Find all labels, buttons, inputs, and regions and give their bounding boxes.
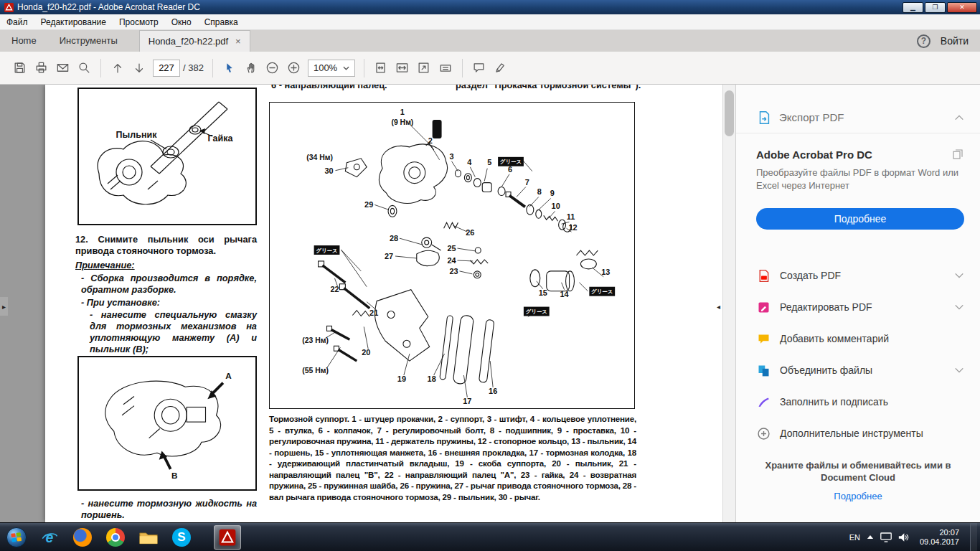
zoom-out-button[interactable]: [262, 57, 283, 79]
taskbar-chrome[interactable]: [102, 525, 129, 550]
fullscreen-icon: [417, 61, 430, 75]
panel-items: Создать PDF Редактировать PDF: [736, 260, 980, 449]
tab-home[interactable]: Home: [0, 30, 48, 52]
torque-55nm: (55 Нм): [302, 367, 329, 375]
learn-more-button[interactable]: Подробнее: [756, 208, 964, 230]
tray-expand-icon[interactable]: [867, 534, 874, 540]
print-button[interactable]: [30, 57, 52, 79]
menu-window[interactable]: Окно: [165, 17, 198, 27]
chevron-down-icon[interactable]: [954, 303, 964, 311]
callout-2: 2: [428, 136, 433, 145]
menu-help[interactable]: Справка: [198, 17, 245, 27]
edit-pdf-icon: [756, 300, 771, 315]
taskbar-firefox[interactable]: [69, 525, 96, 550]
menu-edit[interactable]: Редактирование: [34, 17, 113, 27]
panel-item-add-comment[interactable]: Добавить комментарий: [736, 323, 980, 354]
right-pane-toggle[interactable]: ◂: [715, 297, 722, 316]
panel-item-combine-files[interactable]: Объединить файлы: [736, 354, 980, 386]
svg-text:e: e: [46, 529, 54, 545]
left-pane-toggle[interactable]: ▸: [0, 297, 8, 316]
figure-boot-nut: Пыльник Гайка: [77, 88, 257, 225]
menu-view[interactable]: Просмотр: [113, 17, 165, 27]
volume-tray-icon[interactable]: [898, 532, 909, 542]
clock-date: 09.04.2017: [920, 537, 959, 547]
note-title: Примечание:: [75, 260, 257, 271]
taskbar-internet-explorer[interactable]: e: [36, 525, 63, 550]
email-icon: [56, 61, 70, 75]
toolbar: / 382 100%: [0, 52, 980, 85]
pages-icon: [951, 148, 964, 161]
callout-23: 23: [449, 267, 458, 276]
label-a: A: [225, 371, 232, 380]
torque-9nm: (9 Нм): [391, 118, 413, 126]
taskbar: e S: [0, 522, 980, 551]
language-indicator[interactable]: EN: [849, 533, 860, 542]
tab-tools[interactable]: Инструменты: [48, 30, 129, 52]
callout-25: 25: [447, 244, 456, 253]
chevron-down-icon: [343, 66, 349, 70]
torque-23nm: (23 Нм): [302, 336, 329, 344]
callout-7: 7: [525, 178, 529, 187]
select-tool-button[interactable]: [219, 57, 240, 79]
reading-mode-button[interactable]: [435, 57, 456, 79]
start-button[interactable]: [3, 525, 30, 550]
hand-tool-button[interactable]: [240, 57, 262, 79]
fit-width-button[interactable]: [392, 57, 413, 79]
brake-caliper-exploded-diagram: 1 2 3 4 5 6 7 8 9 10 11 12 13: [270, 103, 633, 408]
email-button[interactable]: [52, 57, 73, 79]
panel-item-fill-sign[interactable]: Заполнить и подписать: [736, 386, 980, 418]
sign-in-button[interactable]: Войти: [941, 35, 969, 47]
previous-page-button[interactable]: [107, 57, 128, 79]
chevron-down-icon[interactable]: [954, 272, 964, 279]
maximize-button[interactable]: ❐: [925, 2, 946, 13]
fill-sign-icon: [756, 395, 771, 410]
taskbar-clock[interactable]: 20:07 09.04.2017: [920, 528, 959, 547]
panel-item-create-pdf[interactable]: Создать PDF: [736, 260, 980, 291]
taskbar-explorer[interactable]: [135, 525, 162, 550]
menu-file[interactable]: Файл: [0, 17, 34, 27]
next-page-button[interactable]: [128, 57, 150, 79]
actual-size-button[interactable]: [370, 57, 392, 79]
callout-27: 27: [385, 252, 393, 260]
comment-button[interactable]: [468, 57, 490, 79]
edit-pdf-label: Редактировать PDF: [780, 301, 954, 313]
reading-mode-icon: [438, 61, 453, 75]
close-button[interactable]: ✕: [947, 2, 977, 13]
tab-close-icon[interactable]: ×: [235, 36, 241, 47]
tab-document-label: Honda_f20-h22.pdf: [149, 36, 228, 47]
page-number-input[interactable]: [153, 60, 180, 77]
taskbar-acrobat-active[interactable]: [214, 525, 241, 550]
chevron-down-icon[interactable]: [954, 367, 964, 374]
diagram-box: 1 2 3 4 5 6 7 8 9 10 11 12 13: [269, 102, 635, 409]
vertical-scrollbar[interactable]: [722, 85, 735, 522]
boot-nut-drawing: Пыльник Гайка: [79, 89, 255, 224]
page-header-right: раздел "Прокачка тормозной системы").: [456, 85, 671, 91]
help-icon[interactable]: ?: [917, 34, 930, 48]
callout-8: 8: [537, 187, 542, 196]
add-comment-icon: [756, 331, 771, 347]
hand-icon: [245, 62, 258, 75]
tab-document[interactable]: Honda_f20-h22.pdf ×: [139, 30, 250, 52]
zoom-in-button[interactable]: [283, 57, 305, 79]
panel-item-export-pdf[interactable]: Экспорт PDF: [736, 102, 980, 133]
search-button[interactable]: [73, 57, 95, 79]
zoom-level-select[interactable]: 100%: [308, 60, 355, 77]
footer-learn-more-link[interactable]: Подробнее: [834, 491, 882, 501]
save-button[interactable]: [9, 57, 30, 79]
tab-bar: Home Инструменты Honda_f20-h22.pdf × ? В…: [0, 30, 980, 52]
note-line-1: - Сборка производится в порядке, обратно…: [81, 273, 257, 296]
grease-tag-2: グリース: [316, 248, 337, 254]
acrobat-pro-promo: Adobe Acrobat Pro DC Преобразуйте файлы …: [756, 148, 964, 230]
panel-item-edit-pdf[interactable]: Редактировать PDF: [736, 291, 980, 323]
show-desktop-button[interactable]: [970, 523, 977, 551]
promo-title: Adobe Acrobat Pro DC: [756, 149, 872, 161]
callout-11: 11: [567, 212, 575, 221]
minimize-button[interactable]: ▁: [903, 2, 923, 13]
panel-item-more-tools[interactable]: Дополнительные инструменты: [736, 418, 980, 449]
scrollbar-thumb[interactable]: [725, 90, 734, 136]
taskbar-skype[interactable]: S: [168, 525, 195, 550]
fullscreen-button[interactable]: [413, 57, 435, 79]
display-tray-icon[interactable]: [880, 532, 892, 542]
chevron-up-icon[interactable]: [954, 114, 964, 121]
highlight-button[interactable]: [490, 57, 512, 79]
